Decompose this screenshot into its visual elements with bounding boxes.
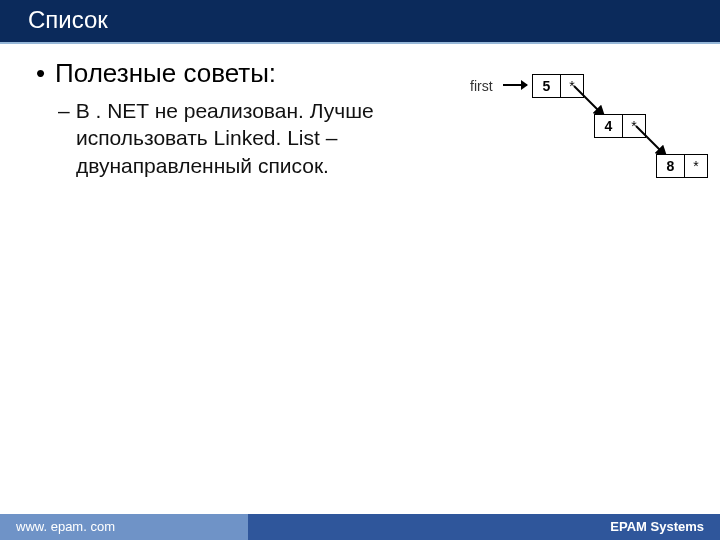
bullet-main: Полезные советы: <box>36 58 696 89</box>
list-node: 8 * <box>656 154 708 178</box>
footer-brand: EPAM Systems <box>594 514 720 540</box>
first-label: first <box>470 78 493 94</box>
slide-content: Полезные советы: В . NET не реализован. … <box>0 44 720 179</box>
node-pointer: * <box>623 115 645 137</box>
footer: www. epam. com EPAM Systems <box>0 514 720 540</box>
node-value: 4 <box>595 115 623 137</box>
node-pointer: * <box>685 155 707 177</box>
node-pointer: * <box>561 75 583 97</box>
list-node: 4 * <box>594 114 646 138</box>
slide-title: Список <box>0 0 720 44</box>
arrow-first <box>503 84 527 86</box>
footer-spacer <box>248 514 594 540</box>
list-node: 5 * <box>532 74 584 98</box>
footer-url: www. epam. com <box>0 514 248 540</box>
bullet-sub: В . NET не реализован. Лучше использоват… <box>76 97 436 179</box>
node-value: 8 <box>657 155 685 177</box>
node-value: 5 <box>533 75 561 97</box>
